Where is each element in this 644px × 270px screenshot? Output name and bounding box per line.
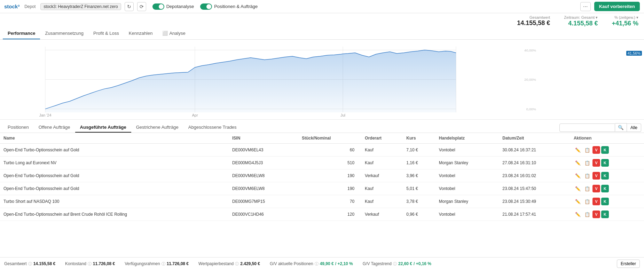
cell-name: Open-End Turbo-Optionsschein auf Gold xyxy=(0,182,229,195)
search-input[interactable] xyxy=(559,124,615,132)
copy-button[interactable]: 📋 xyxy=(583,173,591,179)
order-subtabs: Positionen Offene Aufträge Ausgeführte A… xyxy=(0,120,644,133)
cell-stueck: 510 xyxy=(298,157,361,169)
col-name: Name xyxy=(0,133,229,144)
kauf-badge[interactable]: K xyxy=(601,159,609,167)
gesamtwert-summary: Gesamtwert 14.155,58 € xyxy=(517,15,550,27)
cell-aktionen: ✏️ 📋 V K xyxy=(570,221,644,224)
kauf-badge[interactable]: K xyxy=(601,146,609,154)
svg-text:Apr: Apr xyxy=(192,113,198,117)
cell-datum: 23.08.24 16:01:02 xyxy=(499,169,570,182)
cell-kurs: 1,85 € xyxy=(403,221,435,224)
cell-kurs: 3,96 € xyxy=(403,169,435,182)
more-options-button[interactable]: ··· xyxy=(580,2,591,11)
edit-button[interactable]: ✏️ xyxy=(574,199,582,205)
cell-aktionen: ✏️ 📋 V K xyxy=(570,182,644,195)
reload-icon[interactable]: ⟳ xyxy=(137,2,146,11)
cell-handelsplatz: Vontobel xyxy=(435,208,499,221)
tab-kennzahlen[interactable]: Kennzahlen xyxy=(124,28,158,39)
cell-stueck: 70 xyxy=(298,195,361,208)
search-button[interactable]: 🔍 xyxy=(615,123,627,132)
subtab-ausgefuehrte-auftraege[interactable]: Ausgeführte Aufträge xyxy=(75,122,131,133)
subtab-gestrichene-auftraege[interactable]: Gestrichene Aufträge xyxy=(131,122,183,133)
app-logo: stock³ xyxy=(4,3,19,9)
topbar: stock³ Depot stock3: HeavytraderZ Finanz… xyxy=(0,0,644,13)
copy-button[interactable]: 📋 xyxy=(583,212,591,217)
cell-handelsplatz: Vontobel xyxy=(435,144,499,157)
subtab-positionen[interactable]: Positionen xyxy=(3,122,34,133)
copy-button[interactable]: 📋 xyxy=(583,147,591,153)
edit-button[interactable]: ✏️ xyxy=(574,173,582,179)
col-stueck: Stück/Nominal xyxy=(298,133,361,144)
alle-button[interactable]: Alle xyxy=(627,124,641,132)
verkauf-badge[interactable]: V xyxy=(592,198,600,205)
edit-button[interactable]: ✏️ xyxy=(574,147,582,153)
kauf-badge[interactable]: K xyxy=(601,198,609,205)
tab-analyse[interactable]: ⬜ Analyse xyxy=(157,28,190,39)
cell-isin: DE000MG4J5J3 xyxy=(229,157,298,169)
cell-handelsplatz: Vontobel xyxy=(435,169,499,182)
kauf-badge[interactable]: K xyxy=(601,211,609,218)
svg-text:20,00%: 20,00% xyxy=(524,78,536,82)
cell-aktionen: ✏️ 📋 V K xyxy=(570,157,644,169)
cell-kurs: 0,96 € xyxy=(403,208,435,221)
refresh-icon[interactable]: ↻ xyxy=(125,2,134,11)
cell-handelsplatz: Vontobel xyxy=(435,182,499,195)
cell-handelsplatz: Morgan Stanley xyxy=(435,221,499,224)
col-orderart: Orderart xyxy=(361,133,403,144)
cell-aktionen: ✏️ 📋 V K xyxy=(570,169,644,182)
subtab-abgeschlossene-trades[interactable]: Abgeschlossene Trades xyxy=(183,122,242,133)
chart-current-value: 41,56% xyxy=(626,51,642,56)
table-row: Turbo Long auf 1&1 AG DE000MG9S028 160 K… xyxy=(0,221,644,224)
cell-isin: DE000MG7MP15 xyxy=(229,195,298,208)
cell-name: Open-End Turbo-Optionsschein auf Brent C… xyxy=(0,208,229,221)
zeitraum-value: 4.155,58 € xyxy=(564,20,598,27)
depot-label: Depot xyxy=(24,4,36,9)
depotanalyse-toggle[interactable] xyxy=(152,3,164,10)
prozent-label[interactable]: % (zeitgew.) ▾ xyxy=(612,15,638,20)
svg-text:Jul: Jul xyxy=(340,113,345,117)
cell-isin: DE000VM6ELW8 xyxy=(229,169,298,182)
tab-profit-loss[interactable]: Profit & Loss xyxy=(88,28,124,39)
edit-button[interactable]: ✏️ xyxy=(574,186,582,192)
gesamtwert-label: Gesamtwert xyxy=(517,15,550,19)
cell-isin: DE000VM6EL43 xyxy=(229,144,298,157)
cell-datum: 23.08.24 15:30:49 xyxy=(499,195,570,208)
col-aktionen: Aktionen xyxy=(570,133,644,144)
svg-text:Jan '24: Jan '24 xyxy=(39,113,51,117)
verkauf-badge[interactable]: V xyxy=(592,211,600,218)
positionen-toggle[interactable] xyxy=(200,3,212,10)
cell-kurs: 5,01 € xyxy=(403,182,435,195)
tab-performance[interactable]: Performance xyxy=(3,28,40,39)
copy-button[interactable]: 📋 xyxy=(583,160,591,166)
cell-orderart: Kauf xyxy=(361,195,403,208)
copy-button[interactable]: 📋 xyxy=(583,199,591,205)
cell-stueck: 160 xyxy=(298,221,361,224)
kauf-badge[interactable]: K xyxy=(601,172,609,180)
zeitraum-label[interactable]: Zeitraum: Gesamt ▾ xyxy=(564,15,598,20)
edit-button[interactable]: ✏️ xyxy=(574,212,582,217)
orders-table-container: Name ISIN Stück/Nominal Orderart Kurs Ha… xyxy=(0,133,644,223)
verkauf-badge[interactable]: V xyxy=(592,172,600,180)
gesamtwert-value: 14.155,58 € xyxy=(517,19,550,27)
table-row: Open-End Turbo-Optionsschein auf Gold DE… xyxy=(0,144,644,157)
performance-chart: Jan '24 Apr Jul 40,00% 20,00% 0,00% 41,5… xyxy=(0,40,644,120)
cell-aktionen: ✏️ 📋 V K xyxy=(570,208,644,221)
edit-button[interactable]: ✏️ xyxy=(574,160,582,166)
kauf-badge[interactable]: K xyxy=(601,185,609,192)
cell-handelsplatz: Morgan Stanley xyxy=(435,195,499,208)
verkauf-badge[interactable]: V xyxy=(592,159,600,167)
cell-stueck: 190 xyxy=(298,182,361,195)
summary-bar: Gesamtwert 14.155,58 € Zeitraum: Gesamt … xyxy=(0,13,644,28)
tab-zusammensetzung[interactable]: Zusammensetzung xyxy=(40,28,88,39)
copy-button[interactable]: 📋 xyxy=(583,186,591,192)
subtab-offene-auftraege[interactable]: Offene Aufträge xyxy=(34,122,75,133)
verkauf-badge[interactable]: V xyxy=(592,185,600,192)
account-selector[interactable]: stock3: HeavytraderZ Finanzen.net zero xyxy=(40,3,121,10)
kauf-vorbereiten-button[interactable]: Kauf vorbereiten xyxy=(594,2,640,11)
verkauf-badge[interactable]: V xyxy=(592,146,600,154)
cell-name: Turbo Short auf NASDAQ 100 xyxy=(0,195,229,208)
cell-name: Turbo Long auf 1&1 AG xyxy=(0,221,229,224)
cell-isin: DE000VC1HD46 xyxy=(229,208,298,221)
prozent-summary: % (zeitgew.) ▾ +41,56 % xyxy=(612,15,638,27)
